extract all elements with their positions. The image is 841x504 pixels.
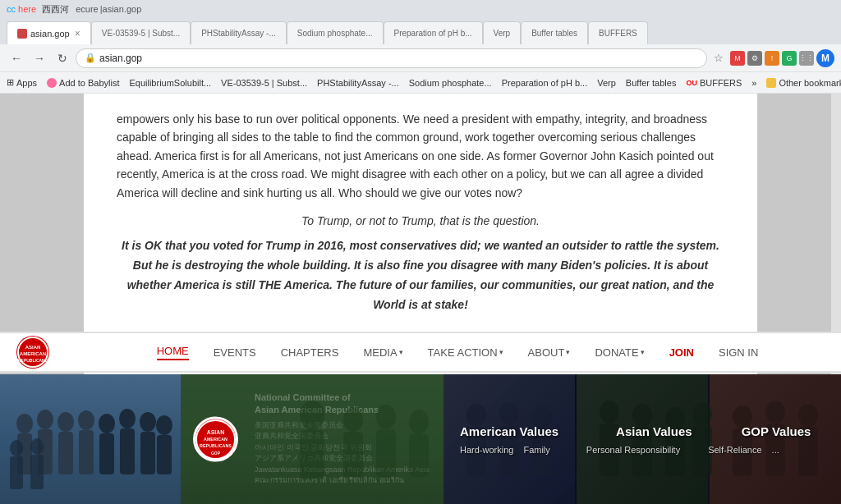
site-navbar: ASIAN AMERICAN REPUBLICANS HOME EVENTS C… — [0, 332, 841, 373]
svg-point-13 — [99, 414, 115, 433]
svg-text:ASIAN: ASIAN — [207, 428, 224, 434]
toolbar-icons: ☆ M ⚙ ! G ⋮⋮ M — [710, 49, 834, 67]
svg-point-9 — [57, 412, 74, 432]
nav-media[interactable]: MEDIA ▾ — [363, 346, 402, 359]
lock-icon: 🔒 — [85, 53, 96, 63]
refresh-button[interactable]: ↻ — [53, 48, 72, 68]
svg-rect-16 — [120, 428, 135, 474]
gop-values-heading: GOP Values — [742, 424, 811, 438]
svg-rect-29 — [343, 432, 363, 477]
american-values-heading: American Values — [460, 424, 558, 438]
extensions-icon[interactable]: ⋮⋮ — [799, 51, 814, 66]
tab-item[interactable]: Sodium phosphate... — [287, 21, 384, 44]
user-avatar[interactable]: M — [816, 49, 834, 67]
svg-text:REPUBLICANS: REPUBLICANS — [200, 443, 232, 448]
svg-rect-18 — [140, 432, 155, 474]
site-logo[interactable]: ASIAN AMERICAN REPUBLICANS — [16, 336, 49, 369]
svg-point-23 — [30, 438, 44, 455]
extension-icon-2[interactable]: ⚙ — [747, 51, 762, 66]
svg-point-21 — [10, 440, 23, 456]
active-tab[interactable]: asian.gop × — [7, 21, 91, 44]
svg-point-5 — [16, 414, 33, 433]
nav-about[interactable]: ABOUT ▾ — [528, 346, 571, 359]
bookmark-other[interactable]: Other bookmarks — [766, 78, 841, 88]
svg-point-15 — [119, 409, 136, 428]
forward-button[interactable]: → — [30, 48, 49, 68]
org-logo: ASIAN AMERICAN REPUBLICANS GOP — [193, 417, 238, 462]
bookmark-buffer-tables[interactable]: Buffer tables — [626, 78, 677, 88]
svg-point-28 — [343, 407, 363, 432]
svg-text:AMERICAN: AMERICAN — [204, 437, 227, 442]
nav-signin[interactable]: SIGN IN — [719, 346, 758, 359]
cc-here-logo: cc here 西西河 — [7, 3, 69, 16]
hero-right-values: American Values Asian Values GOP Values … — [443, 374, 841, 504]
bookmark-ph[interactable]: PHStabilityAssay -... — [317, 78, 399, 88]
value-more: ... — [772, 445, 779, 455]
extension-icon-4[interactable]: G — [782, 51, 797, 66]
svg-rect-27 — [300, 430, 324, 479]
bookmark-star-icon[interactable]: ☆ — [710, 50, 727, 66]
bookmark-verp[interactable]: Verp — [597, 78, 616, 88]
bookmark-babylist[interactable]: Add to Babylist — [47, 78, 119, 88]
close-tab-icon[interactable]: × — [75, 28, 80, 39]
svg-rect-10 — [58, 432, 73, 474]
tab-item[interactable]: Preparation of pH b... — [384, 21, 483, 44]
svg-text:ASIAN: ASIAN — [25, 345, 41, 350]
tab-bar: asian.gop × VE-03539-5 | Subst... PHStab… — [0, 18, 841, 44]
page-content: empowers only his base to run over polit… — [0, 94, 841, 504]
tab-favicon — [17, 29, 27, 39]
hero-values-headings: American Values Asian Values GOP Values — [460, 424, 825, 438]
svg-rect-20 — [157, 435, 172, 474]
toolbar: ← → ↻ 🔒 asian.gop ☆ M ⚙ ! G ⋮⋮ M — [0, 44, 841, 72]
article-bold-italic: It is OK that you voted for Trump in 201… — [117, 236, 724, 314]
svg-point-32 — [409, 410, 429, 434]
take-action-dropdown-arrow: ▾ — [499, 348, 503, 356]
media-dropdown-arrow: ▾ — [399, 348, 403, 356]
svg-rect-33 — [409, 434, 429, 477]
address-bar[interactable]: 🔒 asian.gop — [76, 48, 707, 68]
bookmark-more[interactable]: » — [751, 78, 756, 88]
nav-take-action[interactable]: TAKE ACTION ▾ — [428, 346, 503, 359]
svg-rect-12 — [79, 430, 94, 474]
bookmark-ve[interactable]: VE-03539-5 | Subst... — [221, 78, 307, 88]
extension-icon-1[interactable]: M — [730, 51, 745, 66]
browser-chrome: cc here 西西河 ecure | asian.gop asian.gop … — [0, 0, 841, 94]
about-dropdown-arrow: ▾ — [566, 348, 570, 356]
tab-item[interactable]: PHStabilityAssay -... — [191, 21, 287, 44]
value-personal-responsibility: Personal Responsibility — [586, 445, 680, 455]
tab-item[interactable]: Verp — [483, 21, 522, 44]
asian-values-heading: Asian Values — [616, 424, 692, 438]
nav-chapters[interactable]: CHAPTERS — [281, 346, 339, 359]
extension-icon-3[interactable]: ! — [765, 51, 779, 66]
bookmark-equilibrium[interactable]: EquilibriumSolubilt... — [129, 78, 211, 88]
svg-point-17 — [140, 412, 156, 432]
svg-rect-24 — [30, 455, 44, 489]
tab-item[interactable]: VE-03539-5 | Subst... — [91, 21, 191, 44]
bookmarks-bar: ⊞ Apps Add to Babylist EquilibriumSolubi… — [0, 72, 841, 94]
hero-values-overlay: American Values Asian Values GOP Values … — [443, 374, 841, 504]
svg-text:AMERICAN: AMERICAN — [20, 351, 46, 356]
svg-rect-14 — [99, 433, 114, 474]
back-button[interactable]: ← — [7, 48, 26, 68]
bookmark-prep[interactable]: Preparation of pH b... — [502, 78, 588, 88]
bookmark-ou[interactable]: OU BUFFERS — [686, 78, 742, 88]
hero-banner: ASIAN AMERICAN REPUBLICANS GOP National … — [0, 374, 841, 504]
title-bar: cc here 西西河 ecure | asian.gop — [0, 0, 841, 18]
nav-home[interactable]: HOME — [157, 345, 189, 360]
bookmark-sodium[interactable]: Sodium phosphate... — [409, 78, 492, 88]
nav-donate[interactable]: DONATE ▾ — [595, 346, 644, 359]
value-hard-working: Hard-working — [460, 445, 513, 455]
svg-text:REPUBLICANS: REPUBLICANS — [18, 358, 48, 363]
bookmark-apps[interactable]: ⊞ Apps — [7, 77, 37, 88]
value-self-reliance: Self-Reliance — [708, 445, 761, 455]
svg-point-30 — [376, 405, 396, 429]
nav-join[interactable]: JOIN — [669, 346, 694, 359]
babylist-icon — [47, 78, 57, 88]
tab-item[interactable]: BUFFERS — [588, 21, 648, 44]
svg-point-26 — [300, 401, 324, 430]
article-italic-text: To Trump, or not to Trump, that is the q… — [117, 212, 724, 230]
nav-events[interactable]: EVENTS — [214, 346, 256, 359]
svg-point-19 — [156, 415, 172, 435]
people-silhouette-left — [0, 374, 181, 504]
tab-item[interactable]: Buffer tables — [521, 21, 588, 44]
